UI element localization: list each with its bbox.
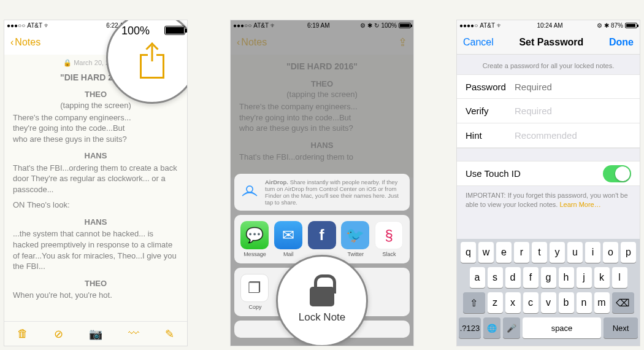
share-mail[interactable]: ✉Mail [274,221,303,257]
globe-key[interactable]: 🌐 [483,317,500,338]
key-g[interactable]: g [541,267,556,288]
sketch-icon[interactable]: 〰 [128,327,139,340]
key-p[interactable]: p [621,242,636,263]
checklist-icon[interactable]: ⊘ [54,327,63,341]
airdrop-icon [239,179,260,200]
password-field-row[interactable]: Password [457,74,640,99]
key-q[interactable]: q [461,242,476,263]
section-description: Create a password for all your locked no… [457,55,640,74]
camera-icon[interactable]: 📷 [89,327,102,341]
compose-icon[interactable]: ✎ [165,327,174,341]
key-y[interactable]: y [550,242,565,263]
key-d[interactable]: d [505,267,521,288]
back-button[interactable]: ‹Notes [10,37,40,48]
key-w[interactable]: w [478,242,494,263]
space-key[interactable]: space [523,317,601,338]
verify-field-row[interactable]: Verify Required [457,99,640,123]
share-icon[interactable] [140,54,164,79]
phone-notes-detail: ●●●○○ AT&T ᯤ 6:22 AM ‹Notes 🔒March 20, 2… [4,20,188,346]
key-z[interactable]: z [488,292,503,313]
share-slack[interactable]: §Slack [375,221,404,257]
touchid-toggle[interactable] [603,165,631,182]
backspace-key[interactable]: ⌫ [612,292,634,313]
hint-field-row[interactable]: Hint Recommended [457,123,640,148]
key-f[interactable]: f [523,267,539,288]
key-h[interactable]: h [559,267,574,288]
nav-bar: Cancel Set Password Done [457,30,640,55]
password-input[interactable] [515,82,631,92]
key-u[interactable]: u [567,242,583,263]
key-e[interactable]: e [496,242,512,263]
battery-percent: 100% [121,25,150,37]
footnote: IMPORTANT: If you forget this password, … [457,186,640,215]
key-c[interactable]: c [523,292,539,313]
symbols-key[interactable]: .?123 [459,317,481,338]
mic-key[interactable]: 🎤 [503,317,520,338]
key-j[interactable]: j [577,267,592,288]
svg-point-0 [247,186,253,192]
cancel-button[interactable]: Cancel [463,37,494,48]
keyboard: qwertyuiop asdfghjkl ⇧ zxcvbnm ⌫ .?123 🌐… [457,239,640,346]
key-l[interactable]: l [612,267,627,288]
key-s[interactable]: s [488,267,503,288]
share-facebook[interactable]: fFacebook [308,221,337,257]
share-twitter[interactable]: 🐦Twitter [341,221,370,257]
key-t[interactable]: t [532,242,547,263]
key-m[interactable]: m [594,292,610,313]
next-key[interactable]: Next [604,317,638,338]
phone-set-password: ●●●●○ AT&T ᯤ 10:24 AM ⚙✱87% Cancel Set P… [456,20,640,346]
key-i[interactable]: i [585,242,600,263]
key-o[interactable]: o [603,242,618,263]
touchid-row: Use Touch ID [457,161,640,186]
learn-more-link[interactable]: Learn More… [559,201,600,208]
callout-lock-note: Lock Note [276,255,368,346]
share-message[interactable]: 💬Message [240,221,269,257]
lock-icon[interactable] [310,287,334,306]
battery-icon [164,26,185,35]
key-a[interactable]: a [470,267,485,288]
airdrop-row[interactable]: AirDrop. Share instantly with people nea… [234,174,410,211]
lock-note-label: Lock Note [299,311,346,324]
shift-key[interactable]: ⇧ [463,292,485,313]
key-k[interactable]: k [594,267,610,288]
key-n[interactable]: n [577,292,592,313]
phone-share-sheet: ●●●○○ AT&T ᯤ 6:19 AM ⚙✱↻100% ‹Notes ⇪ "D… [230,20,414,346]
bottom-toolbar: 🗑 ⊘ 📷 〰 ✎ [4,321,187,346]
action-copy[interactable]: ❐Copy [240,274,270,310]
page-title: Set Password [519,37,583,48]
status-bar: ●●●●○ AT&T ᯤ 10:24 AM ⚙✱87% [457,20,640,30]
key-x[interactable]: x [505,292,521,313]
key-r[interactable]: r [514,242,529,263]
done-button[interactable]: Done [609,37,634,48]
key-b[interactable]: b [559,292,574,313]
trash-icon[interactable]: 🗑 [17,327,28,340]
key-v[interactable]: v [541,292,556,313]
